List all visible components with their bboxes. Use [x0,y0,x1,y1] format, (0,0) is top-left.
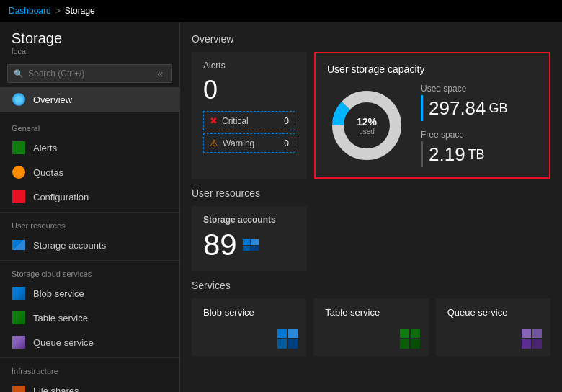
breadcrumb-separator: > [55,6,61,16]
blob-service-title: Blob service [203,307,295,318]
queue-service-title: Queue service [447,307,539,318]
blob-service-card[interactable]: Blob service [192,298,306,356]
sidebar-section-cloud: Storage cloud services [0,260,179,281]
breadcrumb-storage: Storage [65,6,95,16]
search-input[interactable] [28,68,154,79]
sidebar-item-storage-accounts[interactable]: Storage accounts [0,233,179,257]
alerts-card-label: Alerts [203,61,295,71]
overview-icon [12,92,26,107]
sidebar-search-box[interactable]: 🔍 « [7,64,172,83]
collapse-sidebar-button[interactable]: « [154,68,166,79]
used-space-label: Used space [421,84,508,94]
sidebar-navigation: Overview General Alerts Quotas Configura… [0,87,179,392]
alerts-icon [12,141,26,155]
overview-row: Alerts 0 ✖ Critical 0 ⚠ Warning 0 User s… [192,52,550,179]
sidebar-item-overview[interactable]: Overview [0,87,179,112]
table-service-icon [400,329,420,349]
top-nav: Dashboard > Storage [0,0,562,22]
storage-capacity-title: User storage capacity [327,63,538,75]
free-space-label: Free space [421,130,508,140]
critical-label: Critical [222,116,284,126]
queue-service-icon [12,335,26,349]
sidebar-item-queue-service[interactable]: Queue service [0,330,179,355]
warning-label: Warning [223,138,284,148]
sidebar-section-user-resources: User resources [0,212,179,233]
sidebar-item-blob-service[interactable]: Blob service [0,281,179,306]
sidebar-item-configuration-label: Configuration [33,192,89,202]
services-section-title: Services [192,280,550,291]
used-space-value: 297.84 [429,97,486,120]
sidebar-item-alerts-label: Alerts [33,143,57,153]
free-bar [421,141,423,167]
queue-service-card[interactable]: Queue service [436,298,550,356]
sidebar-item-file-shares[interactable]: File shares [0,378,179,392]
critical-icon: ✖ [210,115,218,126]
user-resources-section: User resources Storage accounts 89 [192,187,550,271]
donut-chart: 12% used [327,86,406,165]
search-icon: 🔍 [14,69,24,79]
sidebar-item-table-service-label: Table service [33,313,88,324]
free-space-unit: TB [468,147,485,162]
sidebar-subtitle: local [12,47,168,55]
sidebar-item-overview-label: Overview [33,94,72,105]
storage-accounts-card-icon [243,239,259,251]
sidebar-item-blob-service-label: Blob service [33,288,84,299]
donut-used-text: used [357,128,377,135]
sidebar-item-quotas[interactable]: Quotas [0,160,179,184]
storage-accounts-card-title: Storage accounts [203,215,295,225]
sidebar-item-configuration[interactable]: Configuration [0,184,179,209]
warning-icon: ⚠ [210,138,218,148]
storage-capacity-card: User storage capacity [314,52,550,179]
free-space-metric: Free space 2.19 TB [421,130,508,167]
storage-capacity-inner: 12% used Used space 297.84 GB [327,84,538,167]
services-row: Blob service Table service [192,298,550,356]
configuration-icon [12,190,26,204]
sidebar-item-table-service[interactable]: Table service [0,306,179,330]
sidebar-section-infrastructure: Infrastructure [0,357,179,378]
donut-label: 12% used [357,116,377,135]
critical-alert-row[interactable]: ✖ Critical 0 [203,111,295,130]
storage-accounts-count: 89 [203,228,295,262]
alerts-count: 0 [203,75,295,105]
table-service-card[interactable]: Table service [313,298,428,356]
sidebar-item-file-shares-label: File shares [33,386,79,393]
blob-service-icon [12,286,26,300]
queue-service-icon [522,329,542,349]
table-service-icon [12,311,26,325]
services-section: Services Blob service Table service [192,280,550,356]
used-space-metric: Used space 297.84 GB [421,84,508,121]
warning-count: 0 [284,138,289,148]
critical-count: 0 [284,116,289,126]
sidebar-item-quotas-label: Quotas [33,167,63,178]
used-bar [421,95,423,121]
used-space-unit: GB [489,101,508,116]
sidebar: Storage local 🔍 « Overview General Alert… [0,22,180,392]
sidebar-title: Storage [12,30,168,47]
user-resources-title: User resources [192,187,550,199]
sidebar-section-general: General [0,115,179,135]
donut-percentage: 12% [357,116,377,128]
alerts-card: Alerts 0 ✖ Critical 0 ⚠ Warning 0 [192,52,307,179]
free-space-value: 2.19 [429,143,465,166]
used-space-value-row: 297.84 GB [421,95,508,121]
table-service-title: Table service [325,307,416,318]
warning-alert-row[interactable]: ⚠ Warning 0 [203,133,295,153]
sidebar-item-alerts[interactable]: Alerts [0,135,179,160]
sidebar-item-queue-service-label: Queue service [33,337,94,348]
sidebar-header: Storage local [0,22,179,60]
file-shares-icon [12,383,26,392]
storage-accounts-icon [12,238,26,252]
blob-service-icon [277,329,298,349]
sidebar-search-wrapper: 🔍 « [0,60,179,87]
main-content: Overview Alerts 0 ✖ Critical 0 ⚠ Warning… [180,22,562,392]
free-space-value-row: 2.19 TB [421,141,508,167]
storage-accounts-card[interactable]: Storage accounts 89 [192,206,307,271]
overview-section-title: Overview [192,33,550,45]
quotas-icon [12,165,26,179]
sidebar-item-storage-accounts-label: Storage accounts [33,240,106,251]
breadcrumb-dashboard[interactable]: Dashboard [9,6,51,16]
storage-metrics: Used space 297.84 GB Free space 2 [421,84,508,167]
